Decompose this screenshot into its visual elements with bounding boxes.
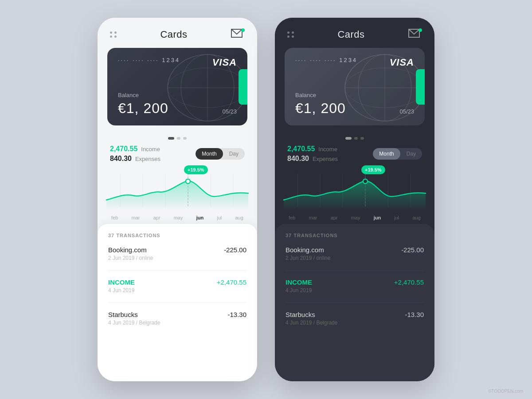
expense-label: Expenses (135, 156, 160, 162)
toggle-day-dark[interactable]: Day (400, 148, 422, 160)
transaction-name-d1: Booking.com (286, 246, 330, 254)
transaction-date-3: 4 Jun 2019 / Belgrade (108, 320, 160, 326)
transaction-amount-d3: -13.30 (405, 311, 424, 318)
menu-icon[interactable] (110, 31, 117, 38)
svg-point-12 (186, 179, 190, 184)
page-dot-d2[interactable] (354, 137, 358, 140)
phone-dark: Cards ···· ···· ···· 1234 VISA Balance (275, 18, 434, 381)
watermark: ©TOOOPEN.com (488, 389, 523, 394)
transaction-item-d2[interactable]: INCOME 4 Jun 2019 +2,470.55 (286, 278, 424, 293)
transaction-date-d1: 2 Jun 2019 / online (286, 255, 330, 261)
toggle-month[interactable]: Month (196, 148, 223, 160)
transaction-item-1[interactable]: Booking.com 2 Jun 2019 / online -225.00 (108, 246, 246, 261)
chart-label-jun: jun (196, 215, 204, 220)
chart-svg-light (98, 169, 257, 213)
chart-label-feb: feb (111, 215, 118, 220)
transaction-item-d3[interactable]: Starbucks 4 Jun 2019 / Belgrade -13.30 (286, 311, 424, 326)
notification-dot (241, 28, 245, 32)
chart-label-may: may (174, 215, 183, 220)
chart-label-jul: jul (217, 215, 222, 220)
income-amount: 2,470.55 (110, 145, 137, 153)
chart-label-aug: aug (235, 215, 243, 220)
period-toggle: Month Day (196, 148, 245, 160)
chart-label-mar-d: mar (309, 215, 317, 220)
chart-section-light: +19.5% feb mar apr may jun jul aug (98, 164, 257, 222)
transaction-amount-d1: -225.00 (401, 246, 424, 254)
chart-label-aug-d: aug (412, 215, 420, 220)
page-dot-d3[interactable] (360, 137, 364, 140)
transaction-name-1: Booking.com (108, 246, 153, 254)
income-label: Income (141, 146, 160, 153)
income-label-dark: Income (318, 146, 337, 153)
notifications-button-dark[interactable] (408, 28, 422, 41)
chart-label-may-d: may (351, 215, 360, 220)
expense-label-dark: Expenses (313, 156, 338, 162)
transaction-amount-1: -225.00 (224, 246, 246, 254)
chart-svg-dark (275, 169, 434, 213)
transaction-date-2: 4 Jun 2019 (108, 287, 135, 293)
expense-row-dark: 840.30 Expenses (287, 155, 338, 163)
expense-amount: 840.30 (110, 155, 132, 163)
toggle-day[interactable]: Day (223, 148, 245, 160)
chart-tooltip-light: +19.5% (184, 165, 208, 174)
card-pagination-light (98, 133, 257, 141)
chart-label-apr-d: apr (331, 215, 338, 220)
transaction-date-d3: 4 Jun 2019 / Belgrade (286, 320, 337, 326)
income-amount-dark: 2,470.55 (287, 145, 315, 153)
menu-icon-dark[interactable] (287, 31, 294, 38)
page-dot-d1[interactable] (345, 137, 352, 140)
transaction-amount-2: +2,470.55 (217, 278, 246, 286)
income-row: 2,470.55 Income (110, 145, 160, 153)
card-green-tab-dark (416, 69, 425, 105)
stats-section-dark: 2,470.55 Income 840.30 Expenses Month Da… (275, 141, 434, 164)
page-dot-3[interactable] (183, 137, 187, 140)
card-pagination-dark (275, 133, 434, 141)
transactions-header-dark: 37 TRANSACTIONS (286, 233, 424, 238)
period-toggle-dark: Month Day (373, 148, 422, 160)
divider-1 (108, 270, 246, 270)
transactions-section-light: 37 TRANSACTIONS Booking.com 2 Jun 2019 /… (98, 224, 257, 381)
balance-label-dark: Balance (295, 92, 346, 98)
credit-card-light[interactable]: ···· ···· ···· 1234 VISA Balance €1, 200… (107, 48, 247, 125)
header-light: Cards (98, 18, 257, 48)
phone-light: Cards ···· ···· ···· 1234 VISA Bala (98, 18, 257, 381)
stats-left: 2,470.55 Income 840.30 Expenses (110, 145, 160, 163)
expense-row: 840.30 Expenses (110, 155, 160, 163)
balance-label: Balance (118, 92, 168, 98)
notification-dot-dark (419, 28, 422, 32)
transaction-name-3: Starbucks (108, 311, 160, 318)
notifications-button[interactable] (231, 28, 245, 41)
transaction-item-2[interactable]: INCOME 4 Jun 2019 +2,470.55 (108, 278, 246, 293)
card-map-overlay (163, 48, 247, 125)
transaction-name-d3: Starbucks (286, 311, 337, 318)
chart-label-feb-d: feb (289, 215, 295, 220)
transaction-date-d2: 4 Jun 2019 (286, 287, 312, 293)
header-dark: Cards (275, 18, 434, 48)
transactions-header-light: 37 TRANSACTIONS (108, 233, 246, 238)
divider-d1 (286, 270, 424, 270)
chart-label-mar: mar (132, 215, 140, 220)
toggle-month-dark[interactable]: Month (373, 148, 400, 160)
transaction-item-3[interactable]: Starbucks 4 Jun 2019 / Belgrade -13.30 (108, 311, 246, 326)
income-row-dark: 2,470.55 Income (287, 145, 338, 153)
card-green-tab (239, 69, 247, 105)
page-dot-1[interactable] (168, 137, 174, 140)
stats-section-light: 2,470.55 Income 840.30 Expenses Month Da… (98, 141, 257, 164)
chart-tooltip-dark: +19.5% (361, 165, 385, 174)
chart-label-jun-d: jun (374, 215, 381, 220)
transaction-amount-d2: +2,470.55 (394, 278, 424, 286)
balance-amount-dark: €1, 200 (295, 100, 346, 117)
page-title: Cards (160, 29, 187, 40)
chart-label-jul-d: jul (394, 215, 399, 220)
credit-card-dark[interactable]: ···· ···· ···· 1234 VISA Balance €1, 200… (285, 48, 425, 125)
transaction-item-d1[interactable]: Booking.com 2 Jun 2019 / online -225.00 (286, 246, 424, 261)
chart-labels-light: feb mar apr may jun jul aug (98, 215, 257, 220)
transaction-name-d2: INCOME (286, 278, 312, 286)
transaction-name-2: INCOME (108, 278, 135, 286)
page-dot-2[interactable] (177, 137, 180, 140)
card-section-light: ···· ···· ···· 1234 VISA Balance €1, 200… (98, 48, 257, 133)
transaction-date-1: 2 Jun 2019 / online (108, 255, 153, 261)
balance-amount: €1, 200 (118, 100, 168, 117)
expense-amount-dark: 840.30 (287, 155, 309, 163)
page-title-dark: Cards (337, 29, 364, 40)
